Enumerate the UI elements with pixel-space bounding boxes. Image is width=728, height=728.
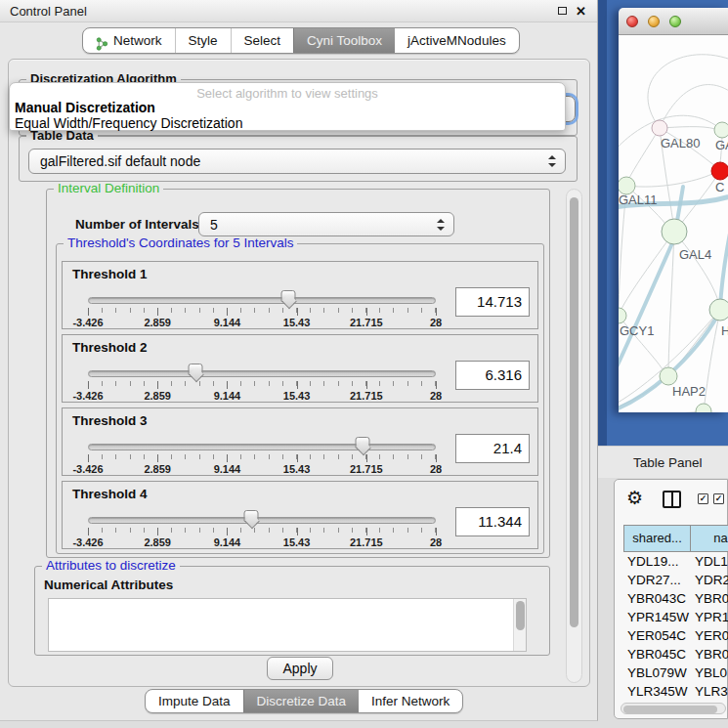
control-panel-title: Control Panel xyxy=(10,0,87,22)
tick-label: 15.43 xyxy=(283,317,311,328)
cell-shared-name: YLR345W xyxy=(627,682,688,701)
table-data-combobox[interactable]: galFiltered.sif default node xyxy=(28,149,566,174)
slider-track[interactable] xyxy=(88,444,436,450)
threshold-slider[interactable]: -3.426 2.859 9.144 15.43 21.715 28 xyxy=(88,293,436,328)
tab-impute-data[interactable]: Impute Data xyxy=(146,690,243,712)
node-top-right[interactable] xyxy=(714,122,728,138)
table-row[interactable]: YBR043C YBR0 xyxy=(623,589,728,608)
slider-ticks xyxy=(88,308,436,316)
slider-track[interactable] xyxy=(88,370,436,377)
slider-thumb[interactable] xyxy=(356,437,370,449)
tick-label: 9.144 xyxy=(214,390,241,402)
slider-thumb[interactable] xyxy=(281,290,296,302)
tab-cyni-toolbox[interactable]: Cyni Toolbox xyxy=(293,28,395,53)
tick-label: -3.426 xyxy=(72,536,103,548)
tick-label: 9.144 xyxy=(214,463,241,475)
threshold-slider[interactable]: -3.426 2.859 9.144 15.43 21.715 28 xyxy=(88,366,436,402)
checkbox-icon[interactable]: ✓ xyxy=(713,493,724,504)
slider-tick-labels: -3.426 2.859 9.144 15.43 21.715 28 xyxy=(88,463,436,475)
table-panel-titlebar: Table Panel xyxy=(598,446,728,478)
cell-name: YPR1 xyxy=(695,608,728,626)
threshold-value-field[interactable]: 21.4 xyxy=(455,434,530,463)
cell-name: YER0 xyxy=(695,626,728,645)
tick-label: 28 xyxy=(430,463,442,475)
tab-jactivemnodules[interactable]: jActiveMNodules xyxy=(395,28,519,53)
tab-infer-network[interactable]: Infer Network xyxy=(359,690,462,712)
table-header-row: shared... na xyxy=(623,525,728,552)
network-canvas[interactable]: GAL80 GA C GAL11 GAL4 GCY1 H HAP2 xyxy=(619,35,728,412)
option-manual-discretization[interactable]: Manual Discretization xyxy=(15,100,155,115)
node-gal80[interactable] xyxy=(652,120,667,136)
combo-arrows-icon[interactable] xyxy=(548,155,556,167)
table-panel: ⚙ ✓ ✓ shared... na YDL19... YDL1 YDR27..… xyxy=(614,479,728,719)
slider-track[interactable] xyxy=(88,517,436,524)
gear-icon[interactable]: ⚙ xyxy=(626,488,643,509)
node-gal4[interactable] xyxy=(662,219,687,244)
table-row[interactable]: YPR145W YPR1 xyxy=(623,608,728,626)
threshold-panel: Threshold 1 -3.426 2.859 9.144 15.43 xyxy=(62,261,538,329)
tick-label: 21.715 xyxy=(350,317,383,328)
slider-ticks xyxy=(88,381,436,389)
node-label-h: H xyxy=(721,323,728,338)
float-window-icon[interactable] xyxy=(558,7,567,15)
node-hap2[interactable] xyxy=(660,367,677,385)
table-row[interactable]: YDR27... YDR2 xyxy=(623,571,728,589)
node-gcy1[interactable] xyxy=(619,308,626,323)
tick-label: -3.426 xyxy=(72,317,103,328)
zoom-traffic-light-icon[interactable] xyxy=(669,16,681,27)
slider-thumb[interactable] xyxy=(244,510,259,522)
close-icon[interactable]: ✕ xyxy=(576,0,586,22)
table-row[interactable]: YBL079W YBL0 xyxy=(623,664,728,682)
horizontal-scrollbar[interactable] xyxy=(621,703,726,714)
apply-button[interactable]: Apply xyxy=(267,657,333,680)
cell-name: YBL0 xyxy=(695,664,727,682)
column-header-shared-name[interactable]: shared... xyxy=(623,525,691,552)
slider-tick-labels: -3.426 2.859 9.144 15.43 21.715 28 xyxy=(88,317,436,328)
cell-name: YDL1 xyxy=(695,552,728,571)
cell-shared-name: YDR27... xyxy=(627,571,681,589)
split-columns-icon[interactable] xyxy=(663,491,681,508)
table-row[interactable]: YDL19... YDL1 xyxy=(623,552,728,571)
tick-label: -3.426 xyxy=(72,463,103,475)
tab-select[interactable]: Select xyxy=(231,28,294,53)
table-row[interactable]: YLR345W YLR3 xyxy=(623,682,728,701)
tick-label: 2.859 xyxy=(144,317,171,328)
tab-network[interactable]: Network xyxy=(83,28,175,53)
table-body: YDL19... YDL1 YDR27... YDR2 YBR043C YBR0… xyxy=(623,552,728,708)
node-selected-red[interactable] xyxy=(711,162,728,180)
table-data-label: Table Data xyxy=(26,129,98,143)
node-label-c: C xyxy=(715,180,724,194)
column-header-name[interactable]: na xyxy=(691,525,728,552)
threshold-value-field[interactable]: 6.316 xyxy=(455,361,530,390)
threshold-value-field[interactable]: 14.713 xyxy=(455,287,530,317)
tab-discretize-data[interactable]: Discretize Data xyxy=(243,690,360,712)
algorithm-dropdown-popup: Select algorithm to view settings Manual… xyxy=(9,82,566,131)
threshold-label: Threshold 1 xyxy=(72,267,148,281)
node-h[interactable] xyxy=(709,299,728,321)
algorithm-hint: Select algorithm to view settings xyxy=(10,86,565,101)
list-scrollbar[interactable] xyxy=(513,599,526,651)
threshold-slider[interactable]: -3.426 2.859 9.144 15.43 21.715 28 xyxy=(88,513,436,548)
slider-ticks xyxy=(88,528,436,535)
app-root: Control Panel ✕ Network Style Select Cyn… xyxy=(0,0,728,728)
cell-name: YDR2 xyxy=(695,571,728,589)
slider-thumb[interactable] xyxy=(189,364,203,375)
cell-shared-name: YBL079W xyxy=(627,664,687,682)
nodes-layer xyxy=(619,120,728,412)
checkbox-icon[interactable]: ✓ xyxy=(698,493,708,504)
minimize-traffic-light-icon[interactable] xyxy=(648,16,660,27)
node-bottom-partial[interactable] xyxy=(696,404,711,412)
bottom-tab-bar: Impute Data Discretize Data Infer Networ… xyxy=(145,689,463,713)
number-of-intervals-spinner[interactable]: 5 xyxy=(198,212,454,236)
option-equal-width-frequency[interactable]: Equal Width/Frequency Discretization xyxy=(15,115,242,131)
slider-track[interactable] xyxy=(88,297,436,304)
spinner-arrows-icon[interactable] xyxy=(437,219,445,231)
node-label-gal80: GAL80 xyxy=(661,136,700,150)
threshold-value-field[interactable]: 11.344 xyxy=(455,507,530,536)
table-row[interactable]: YER054C YER0 xyxy=(623,626,728,645)
threshold-slider[interactable]: -3.426 2.859 9.144 15.43 21.715 28 xyxy=(88,440,436,475)
tab-style[interactable]: Style xyxy=(175,28,231,53)
panel-scrollbar[interactable] xyxy=(566,189,582,683)
table-row[interactable]: YBR045C YBR0 xyxy=(623,645,728,664)
close-traffic-light-icon[interactable] xyxy=(626,16,638,27)
